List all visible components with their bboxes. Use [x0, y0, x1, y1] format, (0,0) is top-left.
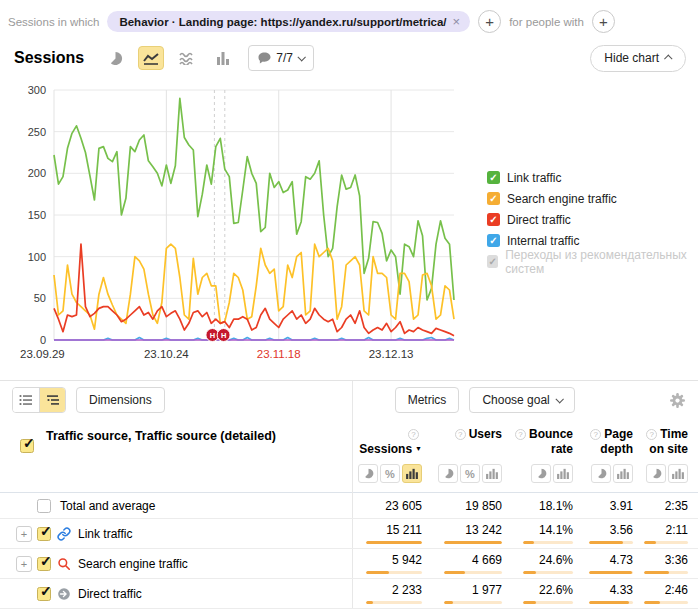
- metric-value: 18.1%: [539, 499, 573, 513]
- percent-display-toggle[interactable]: %: [460, 464, 480, 483]
- bars-display-toggle[interactable]: [482, 464, 502, 483]
- table-row[interactable]: Total and average23 60519 85018.1%3.912:…: [0, 493, 698, 519]
- bars-display-toggle[interactable]: [402, 464, 422, 483]
- row-label[interactable]: Link traffic: [78, 527, 132, 541]
- row-checkbox[interactable]: [37, 557, 51, 571]
- row-checkbox[interactable]: [37, 587, 51, 601]
- bars-display-toggle[interactable]: [668, 464, 688, 483]
- sessions-line-chart[interactable]: 05010015020025030023.09.2923.10.2423.11.…: [6, 76, 468, 368]
- legend-checkbox[interactable]: ✓: [487, 171, 500, 184]
- svg-text:Н: Н: [210, 331, 215, 340]
- line-chart-icon[interactable]: [138, 46, 164, 70]
- bars-display-toggle[interactable]: [553, 464, 573, 483]
- chevron-up-icon: [664, 54, 672, 62]
- metric-bar: [444, 601, 502, 604]
- tree-view-icon[interactable]: [39, 388, 65, 412]
- bar-chart-icon[interactable]: [210, 46, 236, 70]
- metric-value: 3.56: [610, 523, 633, 537]
- legend-checkbox[interactable]: ✓: [487, 192, 500, 205]
- column-header-sessions[interactable]: ?Sessions▼: [352, 427, 422, 457]
- pie-display-toggle[interactable]: [531, 464, 551, 483]
- legend-checkbox[interactable]: ✓: [487, 255, 498, 268]
- metric-bar: [589, 601, 633, 604]
- row-checkbox[interactable]: [37, 499, 51, 513]
- column-header-bounce-rate[interactable]: ?Bouncerate: [502, 427, 573, 457]
- row-label[interactable]: Search engine traffic: [78, 557, 188, 571]
- pie-icon: [443, 468, 454, 479]
- expand-row-button[interactable]: +: [16, 526, 32, 542]
- row-label[interactable]: Total and average: [60, 499, 155, 513]
- pie-display-toggle[interactable]: [646, 464, 666, 483]
- metric-bar: [523, 541, 573, 544]
- table-row[interactable]: Direct traffic2 2331 97722.6%4.332:46: [0, 579, 698, 609]
- dimension-checkbox[interactable]: [20, 439, 34, 453]
- legend-label: Search engine traffic: [507, 192, 617, 206]
- help-icon[interactable]: ?: [590, 429, 601, 440]
- hide-chart-button[interactable]: Hide chart: [590, 45, 686, 72]
- table-row[interactable]: +Link traffic15 21113 24214.1%3.562:11: [0, 519, 698, 549]
- svg-text:100: 100: [28, 251, 46, 263]
- legend-item[interactable]: ✓Internal traffic: [487, 234, 698, 247]
- row-checkbox[interactable]: [37, 527, 51, 541]
- metric-bar: [366, 541, 422, 544]
- metric-bar: [444, 571, 502, 574]
- table-body: Total and average23 60519 85018.1%3.912:…: [0, 493, 698, 609]
- pie-chart-icon[interactable]: [102, 46, 128, 70]
- table-header: Traffic source, Traffic source (detailed…: [0, 419, 698, 457]
- chart-legend: ✓Link traffic✓Search engine traffic✓Dire…: [487, 171, 698, 276]
- table-row[interactable]: +Search engine traffic5 9424 66924.6%4.7…: [0, 549, 698, 579]
- column-header-time-on-site[interactable]: ?Timeon site: [633, 427, 693, 457]
- metric-value: 2:11: [666, 523, 688, 537]
- metric-value: 1 977: [472, 583, 502, 597]
- help-icon[interactable]: ?: [515, 429, 526, 440]
- stacked-chart-icon[interactable]: [174, 46, 200, 70]
- metric-value: 3.91: [610, 499, 633, 513]
- add-segment-button[interactable]: +: [478, 10, 501, 33]
- pie-display-toggle[interactable]: [358, 464, 378, 483]
- dimensions-button[interactable]: Dimensions: [76, 387, 165, 413]
- bars-icon: [557, 468, 569, 479]
- bars-display-toggle[interactable]: [613, 464, 633, 483]
- list-view-icon[interactable]: [13, 388, 39, 412]
- bars-icon: [617, 468, 629, 479]
- legend-item[interactable]: ✓Search engine traffic: [487, 192, 698, 205]
- direct-arrow-icon: [57, 587, 71, 601]
- report-table-section: Dimensions Metrics Choose goal Traffic s…: [0, 380, 698, 609]
- help-icon[interactable]: ?: [455, 429, 466, 440]
- search-icon: [57, 557, 71, 571]
- filter-chip[interactable]: Behavior · Landing page: https://yandex.…: [107, 11, 470, 32]
- help-icon[interactable]: ?: [408, 429, 419, 440]
- sort-desc-icon: ▼: [415, 445, 422, 452]
- metric-value: 15 211: [386, 523, 422, 537]
- legend-item[interactable]: ✓Direct traffic: [487, 213, 698, 226]
- dimension-header-label: Traffic source, Traffic source (detailed…: [0, 427, 352, 443]
- svg-text:23.09.29: 23.09.29: [20, 348, 65, 360]
- speech-bubble-icon: [258, 52, 271, 64]
- percent-display-toggle[interactable]: %: [380, 464, 400, 483]
- pie-display-toggle[interactable]: [438, 464, 458, 483]
- column-header-page-depth[interactable]: ?Pagedepth: [573, 427, 633, 457]
- svg-text:23.12.13: 23.12.13: [369, 348, 414, 360]
- expand-row-button[interactable]: +: [16, 556, 32, 572]
- choose-goal-label: Choose goal: [482, 393, 549, 407]
- legend-item[interactable]: ✓Переходы из рекомендательных систем: [487, 255, 698, 268]
- pie-icon: [536, 468, 547, 479]
- annotations-dropdown[interactable]: 7/7: [248, 45, 314, 71]
- filter-bar: Sessions in which Behavior · Landing pag…: [0, 0, 698, 40]
- chart-type-switcher: [102, 46, 236, 70]
- chip-close-icon[interactable]: ×: [453, 15, 461, 28]
- row-label[interactable]: Direct traffic: [78, 587, 142, 601]
- metric-value: 2:35: [665, 499, 688, 513]
- add-people-filter-button[interactable]: +: [592, 10, 615, 33]
- svg-text:Н: Н: [221, 331, 226, 340]
- gear-icon[interactable]: [669, 392, 686, 409]
- choose-goal-button[interactable]: Choose goal: [469, 387, 574, 413]
- metric-bar: [644, 601, 688, 604]
- legend-item[interactable]: ✓Link traffic: [487, 171, 698, 184]
- pie-display-toggle[interactable]: [591, 464, 611, 483]
- help-icon[interactable]: ?: [646, 429, 657, 440]
- metrics-button[interactable]: Metrics: [395, 387, 460, 413]
- legend-checkbox[interactable]: ✓: [487, 213, 500, 226]
- legend-checkbox[interactable]: ✓: [487, 234, 500, 247]
- column-header-users[interactable]: ?Users: [422, 427, 502, 457]
